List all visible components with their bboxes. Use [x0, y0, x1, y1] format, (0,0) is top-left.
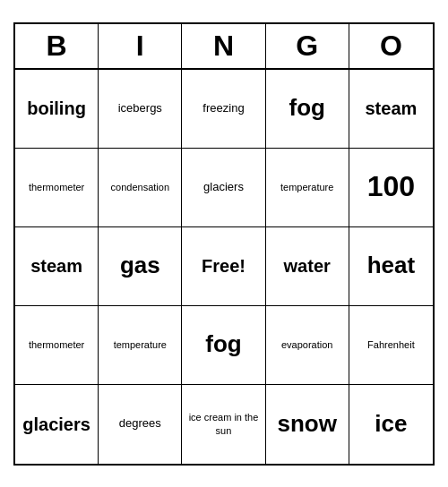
cell-text: icebergs	[118, 101, 162, 116]
header-letter: G	[266, 24, 349, 68]
bingo-cell: glaciers	[15, 385, 99, 464]
bingo-card: BINGO boilingicebergsfreezingfogsteamthe…	[13, 22, 435, 466]
cell-text: heat	[367, 251, 415, 281]
bingo-cell: heat	[349, 227, 433, 306]
cell-text: temperature	[114, 338, 167, 351]
cell-text: glaciers	[203, 180, 244, 195]
bingo-cell: fog	[182, 306, 265, 385]
bingo-cell: ice cream in the sun	[182, 385, 265, 464]
bingo-cell: gas	[99, 227, 182, 306]
header-letter: O	[349, 24, 433, 68]
cell-text: fog	[205, 329, 241, 360]
bingo-cell: freezing	[182, 70, 265, 149]
cell-text: boiling	[27, 97, 86, 120]
cell-text: ice	[375, 409, 407, 440]
cell-text: fog	[289, 93, 324, 124]
bingo-cell: temperature	[99, 306, 182, 385]
cell-text: 100	[367, 168, 415, 206]
bingo-cell: degrees	[99, 385, 182, 464]
bingo-grid: boilingicebergsfreezingfogsteamthermomet…	[15, 70, 433, 464]
bingo-cell: thermometer	[15, 306, 99, 385]
cell-text: glaciers	[22, 413, 90, 436]
cell-text: freezing	[202, 101, 244, 116]
header-letter: I	[99, 24, 182, 68]
bingo-cell: ice	[349, 385, 433, 464]
cell-text: evaporation	[281, 338, 333, 351]
cell-text: degrees	[119, 416, 161, 431]
bingo-cell: steam	[349, 70, 433, 149]
cell-text: Free!	[202, 254, 246, 278]
cell-text: thermometer	[29, 338, 84, 351]
cell-text: temperature	[280, 181, 333, 193]
bingo-cell: water	[266, 227, 349, 306]
bingo-cell: evaporation	[266, 306, 349, 385]
cell-text: steam	[30, 254, 82, 278]
cell-text: water	[284, 254, 331, 278]
bingo-header: BINGO	[15, 24, 433, 70]
cell-text: snow	[277, 409, 336, 440]
cell-text: thermometer	[29, 181, 84, 193]
bingo-cell: icebergs	[99, 70, 182, 149]
bingo-cell: Free!	[182, 227, 265, 306]
bingo-cell: steam	[15, 227, 99, 306]
cell-text: gas	[120, 251, 160, 281]
bingo-cell: snow	[266, 385, 349, 464]
bingo-cell: condensation	[99, 149, 182, 227]
header-letter: N	[182, 24, 265, 68]
cell-text: Fahrenheit	[367, 338, 415, 351]
bingo-cell: glaciers	[182, 149, 265, 227]
header-letter: B	[15, 24, 99, 68]
cell-text: ice cream in the sun	[185, 411, 261, 437]
bingo-cell: boiling	[15, 70, 99, 149]
bingo-cell: Fahrenheit	[349, 306, 433, 385]
bingo-cell: 100	[349, 149, 433, 227]
cell-text: steam	[365, 97, 417, 120]
bingo-cell: temperature	[266, 149, 349, 227]
bingo-cell: fog	[266, 70, 349, 149]
cell-text: condensation	[111, 181, 169, 193]
bingo-cell: thermometer	[15, 149, 99, 227]
